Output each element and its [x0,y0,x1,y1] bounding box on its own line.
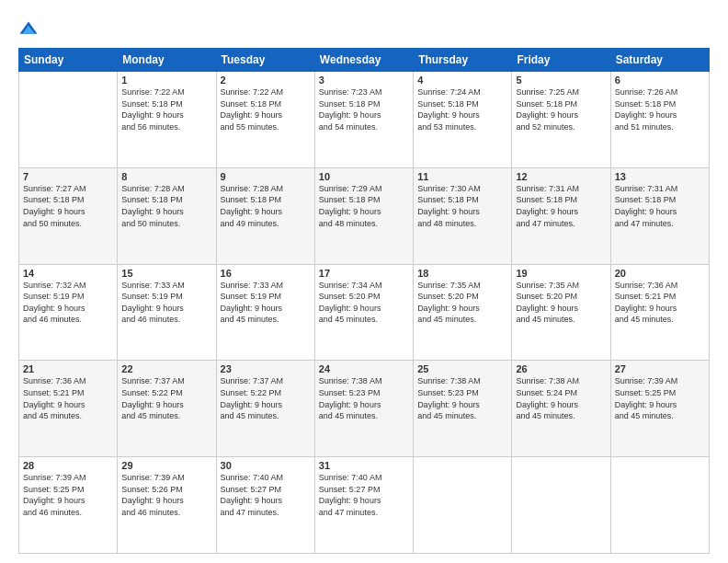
day-number: 16 [221,268,311,279]
calendar-cell: 1Sunrise: 7:22 AM Sunset: 5:18 PM Daylig… [118,72,216,168]
logo [18,20,42,40]
week-row-1: 1Sunrise: 7:22 AM Sunset: 5:18 PM Daylig… [19,72,710,168]
cell-content: Sunrise: 7:22 AM Sunset: 5:18 PM Dayligh… [221,86,311,132]
calendar-cell: 26Sunrise: 7:38 AM Sunset: 5:24 PM Dayli… [512,361,610,457]
cell-content: Sunrise: 7:39 AM Sunset: 5:25 PM Dayligh… [615,375,705,421]
calendar-cell: 6Sunrise: 7:26 AM Sunset: 5:18 PM Daylig… [610,72,709,168]
logo-icon [18,20,39,40]
week-row-5: 28Sunrise: 7:39 AM Sunset: 5:25 PM Dayli… [19,457,710,554]
day-header-monday: Monday [118,49,216,72]
calendar-cell [414,457,512,554]
calendar-cell: 21Sunrise: 7:36 AM Sunset: 5:21 PM Dayli… [19,361,118,457]
calendar-body: 1Sunrise: 7:22 AM Sunset: 5:18 PM Daylig… [19,72,710,554]
calendar-cell: 12Sunrise: 7:31 AM Sunset: 5:18 PM Dayli… [512,167,610,264]
day-number: 14 [23,268,113,279]
day-number: 12 [516,171,606,182]
day-number: 28 [23,460,113,471]
calendar-cell: 11Sunrise: 7:30 AM Sunset: 5:18 PM Dayli… [414,167,512,264]
day-number: 10 [319,171,409,182]
calendar-cell: 13Sunrise: 7:31 AM Sunset: 5:18 PM Dayli… [610,167,709,264]
day-number: 30 [221,460,311,471]
day-number: 11 [417,171,507,182]
cell-content: Sunrise: 7:22 AM Sunset: 5:18 PM Dayligh… [121,86,211,132]
week-row-3: 14Sunrise: 7:32 AM Sunset: 5:19 PM Dayli… [19,264,710,361]
day-number: 18 [417,268,507,279]
calendar-cell: 17Sunrise: 7:34 AM Sunset: 5:20 PM Dayli… [314,264,413,361]
calendar-cell: 15Sunrise: 7:33 AM Sunset: 5:19 PM Dayli… [118,264,216,361]
cell-content: Sunrise: 7:38 AM Sunset: 5:23 PM Dayligh… [319,375,409,421]
calendar-table: SundayMondayTuesdayWednesdayThursdayFrid… [18,48,710,554]
cell-content: Sunrise: 7:32 AM Sunset: 5:19 PM Dayligh… [23,280,113,326]
cell-content: Sunrise: 7:26 AM Sunset: 5:18 PM Dayligh… [615,86,705,132]
cell-content: Sunrise: 7:31 AM Sunset: 5:18 PM Dayligh… [615,183,705,229]
calendar-cell: 2Sunrise: 7:22 AM Sunset: 5:18 PM Daylig… [216,72,314,168]
cell-content: Sunrise: 7:36 AM Sunset: 5:21 PM Dayligh… [23,375,113,421]
calendar-cell: 30Sunrise: 7:40 AM Sunset: 5:27 PM Dayli… [216,457,314,554]
cell-content: Sunrise: 7:35 AM Sunset: 5:20 PM Dayligh… [516,280,606,326]
day-number: 9 [221,171,311,182]
calendar-cell: 28Sunrise: 7:39 AM Sunset: 5:25 PM Dayli… [19,457,118,554]
day-number: 5 [516,75,606,86]
calendar-cell [19,72,118,168]
calendar-cell: 20Sunrise: 7:36 AM Sunset: 5:21 PM Dayli… [610,264,709,361]
day-number: 1 [121,75,211,86]
day-number: 29 [121,460,211,471]
day-header-thursday: Thursday [414,49,512,72]
day-number: 20 [615,268,705,279]
calendar-cell: 10Sunrise: 7:29 AM Sunset: 5:18 PM Dayli… [314,167,413,264]
day-header-wednesday: Wednesday [314,49,413,72]
calendar-cell: 3Sunrise: 7:23 AM Sunset: 5:18 PM Daylig… [314,72,413,168]
cell-content: Sunrise: 7:34 AM Sunset: 5:20 PM Dayligh… [319,280,409,326]
cell-content: Sunrise: 7:29 AM Sunset: 5:18 PM Dayligh… [319,183,409,229]
cell-content: Sunrise: 7:28 AM Sunset: 5:18 PM Dayligh… [221,183,311,229]
cell-content: Sunrise: 7:25 AM Sunset: 5:18 PM Dayligh… [516,86,606,132]
day-number: 21 [23,363,113,374]
day-number: 24 [319,363,409,374]
cell-content: Sunrise: 7:33 AM Sunset: 5:19 PM Dayligh… [121,280,211,326]
day-header-saturday: Saturday [610,49,709,72]
calendar-cell: 29Sunrise: 7:39 AM Sunset: 5:26 PM Dayli… [118,457,216,554]
day-number: 8 [121,171,211,182]
cell-content: Sunrise: 7:40 AM Sunset: 5:27 PM Dayligh… [221,472,311,518]
day-number: 6 [615,75,705,86]
cell-content: Sunrise: 7:30 AM Sunset: 5:18 PM Dayligh… [417,183,507,229]
cell-content: Sunrise: 7:23 AM Sunset: 5:18 PM Dayligh… [319,86,409,132]
cell-content: Sunrise: 7:27 AM Sunset: 5:18 PM Dayligh… [23,183,113,229]
day-header-tuesday: Tuesday [216,49,314,72]
cell-content: Sunrise: 7:40 AM Sunset: 5:27 PM Dayligh… [319,472,409,518]
cell-content: Sunrise: 7:28 AM Sunset: 5:18 PM Dayligh… [121,183,211,229]
day-number: 27 [615,363,705,374]
header [18,17,710,40]
day-number: 25 [417,363,507,374]
day-number: 31 [319,460,409,471]
day-number: 13 [615,171,705,182]
day-number: 7 [23,171,113,182]
day-number: 3 [319,75,409,86]
day-number: 15 [121,268,211,279]
cell-content: Sunrise: 7:35 AM Sunset: 5:20 PM Dayligh… [417,280,507,326]
calendar-cell [512,457,610,554]
calendar-cell: 16Sunrise: 7:33 AM Sunset: 5:19 PM Dayli… [216,264,314,361]
cell-content: Sunrise: 7:38 AM Sunset: 5:23 PM Dayligh… [417,375,507,421]
cell-content: Sunrise: 7:39 AM Sunset: 5:26 PM Dayligh… [121,472,211,518]
calendar-header: SundayMondayTuesdayWednesdayThursdayFrid… [19,49,710,72]
day-number: 17 [319,268,409,279]
calendar-cell: 18Sunrise: 7:35 AM Sunset: 5:20 PM Dayli… [414,264,512,361]
day-number: 2 [221,75,311,86]
calendar-cell: 31Sunrise: 7:40 AM Sunset: 5:27 PM Dayli… [314,457,413,554]
calendar-cell: 27Sunrise: 7:39 AM Sunset: 5:25 PM Dayli… [610,361,709,457]
calendar-cell: 22Sunrise: 7:37 AM Sunset: 5:22 PM Dayli… [118,361,216,457]
page: SundayMondayTuesdayWednesdayThursdayFrid… [0,0,728,563]
calendar-cell: 14Sunrise: 7:32 AM Sunset: 5:19 PM Dayli… [19,264,118,361]
cell-content: Sunrise: 7:39 AM Sunset: 5:25 PM Dayligh… [23,472,113,518]
cell-content: Sunrise: 7:36 AM Sunset: 5:21 PM Dayligh… [615,280,705,326]
day-number: 22 [121,363,211,374]
day-number: 26 [516,363,606,374]
cell-content: Sunrise: 7:33 AM Sunset: 5:19 PM Dayligh… [221,280,311,326]
calendar-cell: 25Sunrise: 7:38 AM Sunset: 5:23 PM Dayli… [414,361,512,457]
day-number: 4 [417,75,507,86]
cell-content: Sunrise: 7:31 AM Sunset: 5:18 PM Dayligh… [516,183,606,229]
calendar-cell: 24Sunrise: 7:38 AM Sunset: 5:23 PM Dayli… [314,361,413,457]
header-row: SundayMondayTuesdayWednesdayThursdayFrid… [19,49,710,72]
calendar-cell: 5Sunrise: 7:25 AM Sunset: 5:18 PM Daylig… [512,72,610,168]
